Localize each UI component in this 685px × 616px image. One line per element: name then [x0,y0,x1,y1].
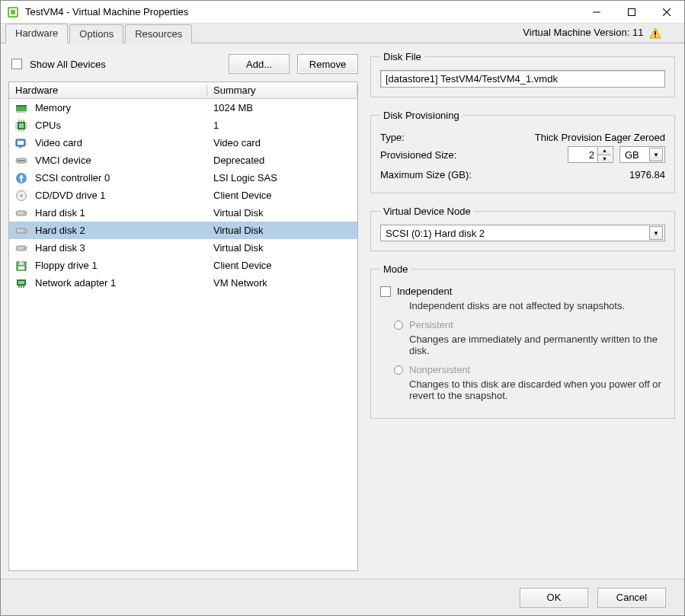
hw-summary: Deprecated [207,155,357,166]
independent-checkbox[interactable] [380,286,391,297]
svg-rect-33 [18,286,20,288]
show-all-devices-label: Show All Devices [30,59,106,70]
table-row[interactable]: Floppy drive 1Client Device [9,257,357,274]
hw-name: VMCI device [35,155,91,166]
disk-file-path-text: [datastore1] TestVM4/TestVM4_1.vmdk [386,73,558,85]
hw-name: Floppy drive 1 [35,260,98,271]
spinner-down-icon[interactable]: ▼ [598,155,611,163]
prov-type-label: Type: [380,132,535,143]
svg-rect-13 [19,123,24,128]
spinner-up-icon[interactable]: ▲ [598,147,611,155]
svg-rect-9 [19,111,21,113]
vm-properties-window: TestVM4 - Virtual Machine Properties Har… [0,0,685,616]
persistent-radio[interactable] [394,321,403,330]
nic-icon [15,277,27,289]
prov-size-input[interactable] [568,147,597,162]
svg-rect-10 [21,111,23,113]
tab-bar: Hardware Options Resources Virtual Machi… [1,24,684,43]
hw-name: SCSI controller 0 [35,172,110,184]
tab-resources[interactable]: Resources [125,24,192,43]
show-all-devices-checkbox[interactable] [11,59,22,69]
table-row[interactable]: Hard disk 1Virtual Disk [9,204,357,222]
hw-name: Video card [35,137,82,148]
hw-summary: Client Device [207,260,357,271]
maximize-button[interactable] [614,1,649,24]
hw-name: CPUs [35,120,61,131]
chevron-down-icon: ▼ [649,148,663,161]
prov-size-spinner[interactable]: ▲▼ [568,146,613,163]
hw-name: CD/DVD drive 1 [35,190,105,201]
add-button[interactable]: Add... [229,54,290,74]
hw-name: Network adapter 1 [35,277,116,289]
svg-rect-34 [21,286,22,288]
col-hardware[interactable]: Hardware [9,85,207,96]
hw-summary: VM Network [207,277,357,289]
disk-provisioning-legend: Disk Provisioning [380,110,463,121]
col-summary[interactable]: Summary [207,85,357,96]
mode-group: Mode Independent Independent disks are n… [370,263,675,419]
svg-point-25 [24,230,25,231]
table-row[interactable]: SCSI controller 0LSI Logic SAS [9,169,357,187]
floppy-icon [15,260,27,272]
table-row[interactable]: Memory1024 MB [9,99,357,116]
minimize-button[interactable] [579,1,614,24]
tab-hardware[interactable]: Hardware [5,24,68,43]
svg-rect-7 [16,105,27,107]
vdev-legend: Virtual Device Node [380,206,474,217]
hw-summary: 1024 MB [207,102,357,113]
cd-icon [15,190,27,202]
hardware-table-header: Hardware Summary [9,82,357,99]
disk-file-legend: Disk File [380,51,424,62]
table-row[interactable]: Network adapter 1VM Network [9,274,357,292]
dialog-footer: OK Cancel [1,579,684,615]
hw-summary: LSI Logic SAS [207,172,357,184]
scsi-icon [15,172,27,184]
hw-summary: Virtual Disk [207,207,357,219]
svg-rect-2 [11,10,15,14]
vdev-select[interactable]: SCSI (0:1) Hard disk 2 ▼ [380,225,665,241]
prov-size-unit-value: GB [625,149,639,161]
nonpersistent-radio[interactable] [394,365,403,375]
svg-point-27 [24,247,25,249]
independent-label: Independent [397,286,452,297]
svg-rect-18 [18,160,25,161]
nonpersistent-desc: Changes to this disk are discarded when … [409,378,665,401]
title-bar: TestVM4 - Virtual Machine Properties [1,1,684,24]
disk-icon [15,242,27,254]
tab-options[interactable]: Options [69,24,123,43]
svg-rect-3 [629,8,635,15]
table-row[interactable]: Hard disk 2Virtual Disk [9,222,357,239]
virtual-device-node-group: Virtual Device Node SCSI (0:1) Hard disk… [370,206,675,251]
svg-point-23 [24,212,25,214]
vm-version-label: Virtual Machine Version: 11 [523,27,661,40]
window-title: TestVM4 - Virtual Machine Properties [25,6,579,18]
cancel-button[interactable]: Cancel [597,588,666,608]
table-row[interactable]: CD/DVD drive 1Client Device [9,187,357,204]
hw-name: Hard disk 1 [35,207,85,219]
hardware-table: Hardware Summary Memory1024 MBCPUs1Video… [8,81,358,571]
memory-icon [15,102,27,114]
independent-desc: Independent disks are not affected by sn… [409,300,665,311]
disk-file-path-field[interactable]: [datastore1] TestVM4/TestVM4_1.vmdk [380,70,665,88]
table-row[interactable]: Video cardVideo card [9,134,357,152]
hw-summary: Client Device [207,190,357,201]
chevron-down-icon: ▼ [649,226,663,240]
table-row[interactable]: Hard disk 3Virtual Disk [9,239,357,257]
disk-icon [15,225,27,237]
hw-name: Hard disk 3 [35,242,85,254]
ok-button[interactable]: OK [520,588,588,608]
disk-icon [15,207,27,219]
svg-rect-32 [18,281,24,284]
remove-button[interactable]: Remove [297,54,358,74]
vsphere-icon [7,6,19,18]
table-row[interactable]: CPUs1 [9,116,357,134]
prov-size-unit-select[interactable]: GB ▼ [619,146,665,163]
svg-rect-15 [18,141,24,145]
mode-legend: Mode [380,263,411,275]
persistent-desc: Changes are immediately and permanently … [409,334,665,356]
disk-provisioning-group: Disk Provisioning Type: Thick Provision … [370,110,675,193]
table-row[interactable]: VMCI deviceDeprecated [9,152,357,169]
svg-rect-4 [655,31,656,35]
close-button[interactable] [649,1,684,24]
disk-file-group: Disk File [datastore1] TestVM4/TestVM4_1… [370,51,675,97]
